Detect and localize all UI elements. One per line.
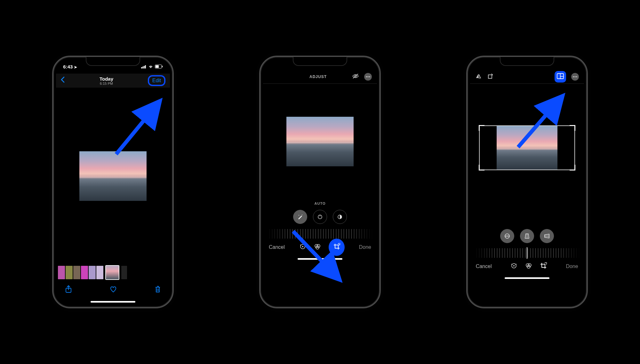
edit-mode-tabs bbox=[299, 239, 345, 256]
svg-point-41 bbox=[516, 264, 516, 265]
svg-point-22 bbox=[305, 245, 305, 245]
thumbnail-selected[interactable] bbox=[106, 266, 119, 279]
done-button[interactable]: Done bbox=[566, 264, 578, 269]
edit-top-bar bbox=[470, 70, 584, 84]
heart-icon[interactable] bbox=[109, 286, 117, 294]
notch bbox=[500, 57, 554, 66]
adjust-tab-icon[interactable] bbox=[299, 243, 306, 251]
crop-handle-bl[interactable] bbox=[479, 165, 484, 170]
adjust-slider-ticks[interactable] bbox=[267, 229, 373, 239]
svg-rect-2 bbox=[144, 66, 145, 68]
svg-rect-27 bbox=[488, 75, 492, 78]
done-button[interactable]: Done bbox=[359, 244, 371, 250]
rotate-icon[interactable] bbox=[487, 73, 493, 81]
photo-viewport[interactable] bbox=[56, 88, 170, 264]
edit-mode-tabs bbox=[510, 262, 547, 271]
adjust-section: AUTO bbox=[263, 199, 377, 239]
wifi-icon bbox=[148, 65, 153, 68]
cellular-icon bbox=[141, 65, 147, 68]
thumbnail-strip[interactable] bbox=[56, 264, 170, 281]
edit-top-bar: ADJUST bbox=[263, 70, 377, 84]
svg-point-21 bbox=[300, 245, 301, 245]
battery-icon bbox=[155, 65, 163, 68]
nav-subtitle: 6:15 PM bbox=[100, 82, 113, 85]
crop-frame[interactable] bbox=[479, 125, 575, 170]
more-icon[interactable] bbox=[364, 73, 372, 81]
adjust-tab-icon[interactable] bbox=[510, 262, 517, 271]
svg-point-20 bbox=[302, 246, 303, 247]
svg-rect-1 bbox=[142, 67, 143, 68]
filters-tab-icon[interactable] bbox=[525, 262, 532, 271]
svg-point-15 bbox=[299, 215, 299, 216]
crop-handle-tr[interactable] bbox=[570, 125, 575, 131]
brilliance-control[interactable] bbox=[333, 210, 347, 224]
status-time: 6:43 ➤ bbox=[63, 64, 77, 69]
svg-point-33 bbox=[576, 76, 577, 77]
crop-section bbox=[470, 225, 584, 258]
svg-point-14 bbox=[302, 215, 302, 215]
thumbnail[interactable] bbox=[58, 266, 65, 279]
thumbnail[interactable] bbox=[73, 266, 80, 279]
crop-controls bbox=[470, 229, 584, 243]
auto-enhance-control[interactable] bbox=[293, 210, 307, 224]
location-icon: ➤ bbox=[73, 65, 77, 69]
horizontal-perspective-control[interactable] bbox=[540, 229, 554, 243]
crop-tab-icon[interactable] bbox=[329, 239, 345, 256]
cancel-button[interactable]: Cancel bbox=[269, 244, 285, 250]
thumbnail[interactable] bbox=[121, 266, 127, 279]
more-icon[interactable] bbox=[571, 73, 579, 81]
flip-icon[interactable] bbox=[475, 73, 482, 80]
svg-point-12 bbox=[367, 76, 368, 77]
back-button[interactable] bbox=[60, 76, 65, 85]
thumbnail[interactable] bbox=[96, 266, 103, 279]
crop-tab-icon[interactable] bbox=[540, 262, 547, 271]
nav-title: Today bbox=[100, 76, 113, 82]
aspect-ratio-icon[interactable] bbox=[555, 71, 566, 83]
screen-edit-crop: Cancel Done bbox=[470, 59, 584, 305]
sunset-photo bbox=[79, 151, 147, 201]
adjust-controls bbox=[263, 210, 377, 224]
crop-viewport[interactable] bbox=[470, 84, 584, 212]
svg-rect-0 bbox=[141, 67, 142, 68]
svg-point-40 bbox=[511, 264, 512, 265]
photo-viewport[interactable] bbox=[263, 84, 377, 199]
edit-bottom-bar: Cancel Done bbox=[470, 258, 584, 275]
thumbnail[interactable] bbox=[89, 266, 96, 279]
svg-point-31 bbox=[573, 76, 574, 77]
markup-hide-icon[interactable] bbox=[352, 74, 359, 80]
home-indicator[interactable] bbox=[470, 275, 584, 281]
thumbnail[interactable] bbox=[66, 266, 73, 279]
svg-point-13 bbox=[369, 76, 370, 77]
home-indicator[interactable] bbox=[56, 299, 170, 305]
svg-rect-3 bbox=[145, 65, 146, 68]
crop-handle-tl[interactable] bbox=[479, 125, 484, 131]
svg-point-17 bbox=[320, 216, 320, 216]
screen-edit-adjust: ADJUST AUTO bbox=[263, 59, 377, 305]
svg-point-32 bbox=[574, 76, 575, 77]
slider-center-mark bbox=[527, 247, 527, 259]
filters-tab-icon[interactable] bbox=[314, 243, 321, 251]
edit-mode-title: ADJUST bbox=[309, 75, 327, 79]
home-indicator[interactable] bbox=[263, 256, 377, 262]
share-icon[interactable] bbox=[65, 285, 72, 295]
svg-rect-6 bbox=[162, 66, 163, 67]
svg-point-39 bbox=[513, 265, 515, 266]
crop-handle-br[interactable] bbox=[570, 165, 575, 170]
phone-edit-adjust: ADJUST AUTO bbox=[259, 56, 381, 308]
notch bbox=[86, 57, 140, 66]
exposure-control[interactable] bbox=[313, 210, 327, 224]
cancel-button[interactable]: Cancel bbox=[476, 264, 492, 269]
notch bbox=[293, 57, 347, 66]
adjust-label: AUTO bbox=[263, 202, 377, 205]
edit-bottom-bar: Cancel Done bbox=[263, 239, 377, 256]
sunset-photo bbox=[286, 117, 354, 166]
edit-button[interactable]: Edit bbox=[148, 75, 166, 86]
thumbnail[interactable] bbox=[81, 266, 88, 279]
screen-photo-viewer: 6:43 ➤ Today 6:15 PM Edit bbox=[56, 59, 170, 305]
status-right bbox=[141, 65, 163, 68]
straighten-control[interactable] bbox=[500, 229, 514, 243]
phone-photo-viewer: 6:43 ➤ Today 6:15 PM Edit bbox=[52, 56, 174, 308]
vertical-perspective-control[interactable] bbox=[520, 229, 534, 243]
nav-title-block: Today 6:15 PM bbox=[100, 76, 113, 85]
trash-icon[interactable] bbox=[155, 285, 161, 294]
